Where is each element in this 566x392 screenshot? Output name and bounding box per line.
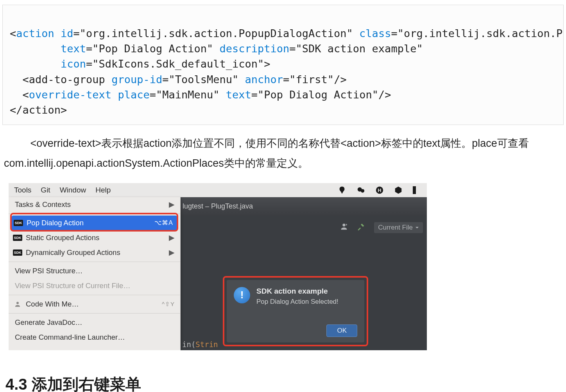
menu-item-label: Generate JavaDoc…: [15, 318, 175, 327]
menu-item-label: Code With Me…: [26, 300, 162, 308]
menubar-git[interactable]: Git: [41, 186, 50, 194]
tool-icon-1[interactable]: [338, 186, 346, 194]
chevron-right-icon: ▶: [169, 233, 175, 242]
menu-shortcut: ⌥⌘A: [154, 219, 173, 226]
menu-static-grouped[interactable]: SDK Static Grouped Actions ▶: [9, 230, 180, 245]
menu-code-with-me[interactable]: Code With Me… ^⇧Y: [9, 297, 180, 312]
run-config-label: Current File: [378, 224, 413, 232]
menubar-help[interactable]: Help: [95, 186, 111, 194]
menu-item-label: Tasks & Contexts: [15, 200, 169, 209]
menu-view-psi-current: View PSI Structure of Current File…: [9, 278, 180, 293]
menu-dynamic-grouped[interactable]: SDK Dynamically Grouped Actions ▶: [9, 245, 180, 260]
svg-text:H: H: [378, 187, 381, 193]
menu-item-label: Create Command-line Launcher…: [15, 333, 175, 342]
run-config-selector[interactable]: Current File: [374, 222, 423, 233]
menu-create-launcher[interactable]: Create Command-line Launcher…: [9, 330, 180, 345]
menu-shortcut: ^⇧Y: [162, 301, 175, 308]
svg-rect-4: [413, 186, 416, 194]
menu-separator: [9, 214, 180, 214]
cube-icon[interactable]: [394, 186, 403, 194]
ide-screenshot: Tools Git Window Help H lugtest – PlugTe…: [9, 183, 427, 350]
menu-item-label: Static Grouped Actions: [26, 233, 169, 242]
menu-tasks-contexts[interactable]: Tasks & Contexts ▶: [9, 197, 180, 212]
menu-generate-javadoc[interactable]: Generate JavaDoc…: [9, 315, 180, 330]
editor-code-sliver: in(Strin: [181, 339, 218, 350]
chevron-right-icon: ▶: [169, 248, 175, 257]
menu-item-label: Dynamically Grouped Actions: [26, 248, 169, 257]
menu-separator: [9, 262, 180, 262]
menu-separator: [9, 313, 180, 314]
dialog-message: Pop Dialog Action Selected!: [256, 298, 339, 306]
tools-menu: Tasks & Contexts ▶ SDK Pop Dialog Action…: [9, 197, 181, 350]
menubar-tools[interactable]: Tools: [14, 186, 31, 194]
user-icon[interactable]: [340, 222, 348, 233]
explanation-paragraph: <override-text>表示根据action添加位置不同，使用不同的名称代…: [0, 132, 566, 182]
info-icon: !: [234, 287, 250, 303]
os-menubar: Tools Git Window Help H: [9, 183, 427, 197]
titlebar-text: lugtest – PlugTest.java: [183, 202, 253, 210]
menu-item-label: View PSI Structure…: [15, 267, 175, 275]
menu-item-label: Pop Dialog Action: [27, 219, 154, 227]
notification-dialog: ! SDK action example Pop Dialog Action S…: [227, 280, 364, 342]
bar-icon[interactable]: [413, 186, 416, 194]
annotation-highlight-dialog: ! SDK action example Pop Dialog Action S…: [223, 276, 368, 346]
build-icon[interactable]: [357, 222, 365, 233]
dialog-title: SDK action example: [256, 287, 339, 296]
xml-code-block: <action id="org.intellij.sdk.action.Popu…: [2, 5, 564, 125]
section-heading-4-3: 4.3 添加到右键菜单: [5, 374, 566, 392]
menubar-window[interactable]: Window: [60, 186, 86, 194]
menu-item-label: View PSI Structure of Current File…: [15, 282, 175, 290]
person-icon: [13, 300, 23, 308]
ok-button[interactable]: OK: [326, 324, 357, 337]
chevron-right-icon: ▶: [169, 200, 175, 209]
menu-view-psi[interactable]: View PSI Structure…: [9, 264, 180, 278]
wechat-icon[interactable]: [356, 186, 365, 194]
menu-pop-dialog-action[interactable]: SDK Pop Dialog Action ⌥⌘A: [12, 216, 177, 230]
menu-separator: [9, 295, 180, 295]
sdk-icon: SDK: [13, 219, 23, 227]
sdk-icon: SDK: [13, 249, 23, 257]
chevron-down-icon: [415, 226, 419, 230]
sdk-icon: SDK: [13, 234, 23, 242]
ide-toolbar-right: Current File: [340, 219, 423, 236]
svg-point-1: [361, 189, 364, 192]
letter-h-icon[interactable]: H: [375, 186, 384, 194]
